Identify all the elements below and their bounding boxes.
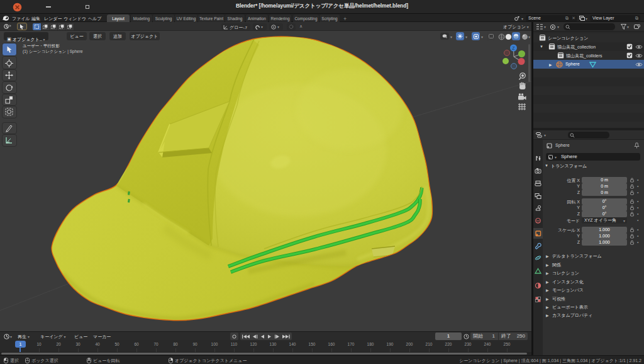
- svg-text:Z: Z: [512, 46, 515, 50]
